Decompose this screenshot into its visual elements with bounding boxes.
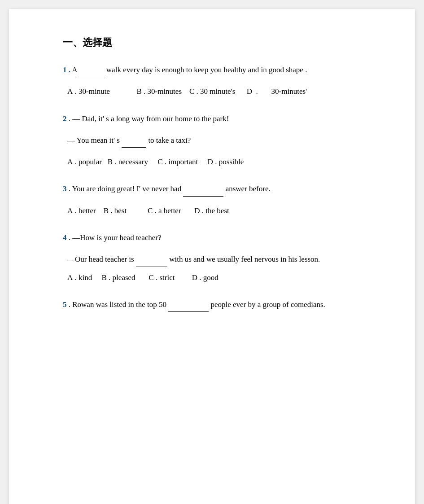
q2-opt-d-label: D — [208, 158, 213, 166]
q3-opt-d-label: D — [194, 206, 200, 215]
q4-opt-b-text: . pleased — [109, 273, 135, 282]
question-3: 3 . You are doing great! I' ve never had… — [63, 182, 379, 218]
q1-opt-a-text: . 30-minute — [75, 87, 110, 96]
q3-text-after: answer before. — [223, 184, 270, 193]
q3-text-before: You are doing great! I' ve never had — [72, 184, 184, 193]
q2-opt-c-text: . important — [165, 158, 198, 166]
q3-opt-b-label: B — [104, 206, 109, 215]
page: 一、选择题 1 . A walk every day is enough to … — [9, 9, 415, 504]
q2-number: 2 — [63, 114, 67, 123]
q3-options: A . better B . best C . a better D . the… — [63, 204, 379, 218]
q3-opt-b-text: . best — [110, 206, 127, 215]
q4-opt-b-label: B — [102, 273, 107, 282]
q2-opt-d-text: . possible — [215, 158, 244, 166]
q2-opt-b-label: B — [108, 158, 113, 166]
q2-line1: — Dad, it' s a long way from our home to… — [72, 114, 229, 123]
q3-opt-c-text: . a better — [155, 206, 181, 215]
q4-opt-d-text: . good — [199, 273, 219, 282]
q1-opt-c-text: . 30 minute's — [197, 87, 236, 96]
q2-opt-a-label: A — [67, 158, 73, 166]
q2-line2: — You mean it' s to take a taxi? — [67, 136, 191, 145]
q3-opt-a-text: . better — [75, 206, 96, 215]
q1-opt-a-label: A — [67, 87, 73, 96]
q3-dot: . — [69, 184, 72, 193]
q4-dot: . — [69, 233, 73, 242]
q3-opt-a-label: A — [67, 206, 73, 215]
q1-opt-d-label: D — [247, 87, 252, 96]
q1-opt-d-text: . 30-minutes' — [254, 87, 307, 96]
q2-dot: . — [69, 114, 73, 123]
q1-number: 1 . — [63, 66, 70, 74]
q2-opt-c-label: C — [157, 158, 162, 166]
q5-dot: . — [69, 300, 73, 309]
q4-opt-a-text: . kind — [75, 273, 92, 282]
q5-text-before: Rowan was listed in the top 50 people ev… — [72, 300, 325, 309]
q3-opt-c-label: C — [148, 206, 153, 215]
q4-number: 4 — [63, 233, 67, 242]
q4-opt-d-label: D — [192, 273, 197, 282]
q1-options: A . 30-minute B . 30-minutes C . 30 minu… — [63, 84, 379, 99]
q2-options: A . popular B . necessary C . important … — [63, 155, 379, 169]
q4-opt-c-text: . strict — [156, 273, 175, 282]
q4-opt-c-label: C — [149, 273, 153, 282]
q4-line2: —Our head teacher is with us and we usua… — [67, 255, 320, 263]
q3-number: 3 — [63, 184, 67, 193]
q1-text-before: A — [72, 66, 77, 74]
question-1: 1 . A walk every day is enough to keep y… — [63, 63, 379, 99]
q4-blank — [136, 259, 167, 267]
q5-number: 5 — [63, 300, 67, 309]
q2-opt-b-text: . necessary — [114, 158, 148, 166]
q1-opt-b-label: B — [136, 87, 141, 96]
q1-blank — [78, 69, 105, 77]
q1-opt-c-label: C — [189, 87, 194, 96]
q3-blank — [183, 188, 223, 197]
q2-blank — [122, 140, 146, 148]
q4-opt-a-label: A — [67, 273, 73, 282]
question-2: 2 . — Dad, it' s a long way from our hom… — [63, 112, 379, 170]
question-4: 4 . —How is your head teacher? —Our head… — [63, 231, 379, 285]
q5-blank — [168, 304, 209, 312]
q1-opt-b-text: . 30-minutes — [144, 87, 182, 96]
q1-text-after: walk every day is enough to keep you hea… — [105, 66, 307, 74]
question-5: 5 . Rowan was listed in the top 50 peopl… — [63, 298, 379, 312]
q3-opt-d-text: . the best — [202, 206, 229, 215]
section-title: 一、选择题 — [63, 36, 379, 49]
q4-options: A . kind B . pleased C . strict D . good — [63, 271, 379, 285]
q2-opt-a-text: . popular — [75, 158, 102, 166]
q4-line1: —How is your head teacher? — [72, 233, 161, 242]
